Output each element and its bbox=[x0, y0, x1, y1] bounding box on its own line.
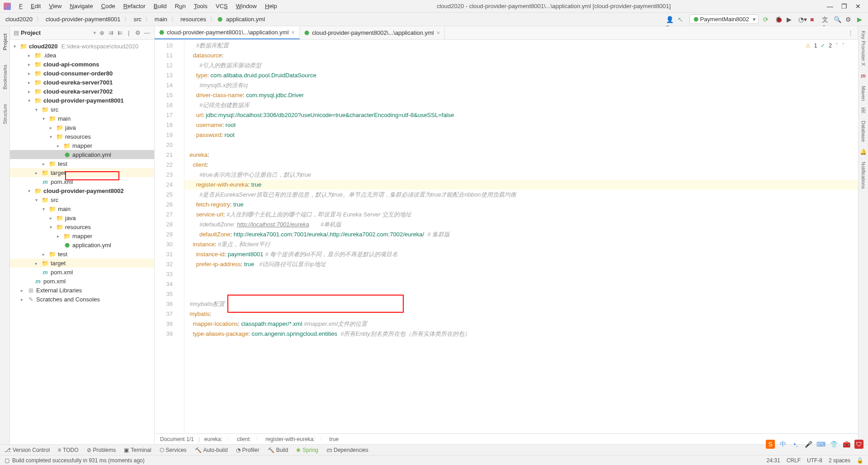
next-highlight-icon[interactable]: ˅ bbox=[842, 42, 844, 49]
status-readonly-icon[interactable]: 🔓 bbox=[857, 457, 863, 464]
tree-item[interactable]: mpom.xml bbox=[10, 177, 154, 186]
menu-tools[interactable]: Tools bbox=[190, 2, 211, 10]
select-opened-icon[interactable]: ⊕ bbox=[98, 29, 105, 36]
tree-item[interactable]: ▸📁cloud-eureka-server7002 bbox=[10, 87, 154, 96]
status-cursor[interactable]: 24:31 bbox=[767, 457, 780, 464]
maven-icon[interactable]: m bbox=[861, 73, 866, 79]
code-line[interactable]: defaultZone: http://eureka7001.com:7001/… bbox=[184, 230, 858, 240]
punct-icon[interactable]: •, bbox=[791, 440, 800, 449]
shirt-icon[interactable]: 👕 bbox=[829, 440, 838, 449]
tree-item[interactable]: ▸📁target bbox=[10, 168, 154, 177]
tool-services[interactable]: ⬡ Services bbox=[160, 447, 187, 453]
code-area[interactable]: #数据库配置 datasource: #引入的数据库驱动类型 type: com… bbox=[184, 40, 858, 433]
menu-file[interactable]: F bbox=[15, 2, 26, 10]
tree-item[interactable]: ▸📁cloud-api-commons bbox=[10, 60, 154, 69]
run-icon[interactable]: ⟳ bbox=[763, 16, 770, 23]
menu-help[interactable]: Help bbox=[261, 2, 281, 10]
editor-tab[interactable]: ⬣cloud-provider-payment8002\...\applicat… bbox=[300, 26, 445, 39]
tree-item[interactable]: ⬣application.yml bbox=[10, 150, 154, 159]
profile-icon[interactable]: ◔▾ bbox=[798, 16, 806, 23]
menu-code[interactable]: Code bbox=[98, 2, 119, 10]
code-line[interactable]: fetch-registry: true bbox=[184, 200, 858, 210]
status-indent[interactable]: 2 spaces bbox=[829, 457, 850, 464]
right-tab-keypromoter[interactable]: Key Promoter X bbox=[861, 31, 866, 66]
crumb-src[interactable]: src bbox=[132, 15, 143, 23]
code-line[interactable] bbox=[184, 289, 858, 299]
menu-edit[interactable]: Edit bbox=[27, 2, 44, 10]
code-line[interactable]: driver-class-name: com.mysql.jdbc.Driver bbox=[184, 90, 858, 100]
tree-item[interactable]: ▾📁resources bbox=[10, 132, 154, 141]
expand-all-icon[interactable]: ⇉ bbox=[107, 29, 114, 36]
code-line[interactable]: url: jdbc:mysql://localhost:3306/db2020?… bbox=[184, 110, 858, 120]
code-line[interactable]: service-url: #入住到哪个主机上面的哪个端口，即设置与 Eureka… bbox=[184, 210, 858, 220]
crumb-res[interactable]: resources bbox=[179, 15, 208, 23]
tree-item[interactable]: ▸✎Scratches and Consoles bbox=[10, 295, 154, 304]
sogou-icon[interactable]: S bbox=[766, 440, 775, 449]
tree-item[interactable]: ▾📁resources bbox=[10, 222, 154, 231]
close-icon[interactable]: ✕ bbox=[855, 3, 861, 10]
toolbox-icon[interactable]: 🧰 bbox=[842, 440, 851, 449]
code-line[interactable]: datasource: bbox=[184, 51, 858, 61]
prev-highlight-icon[interactable]: ˄ bbox=[835, 42, 838, 49]
code-line[interactable]: #mybatis配置 bbox=[184, 299, 858, 309]
tree-item[interactable]: ▸⊞External Libraries bbox=[10, 286, 154, 295]
right-tab-database[interactable]: Database bbox=[861, 121, 866, 142]
tool-dependencies[interactable]: 🗃 Dependencies bbox=[326, 447, 368, 453]
editor-inspection-badges[interactable]: ⚠1 ✓2 ˄ ˅ bbox=[806, 42, 844, 49]
crumb-root[interactable]: cloud2020 bbox=[4, 15, 34, 23]
collapse-all-icon[interactable]: ⇇ bbox=[116, 29, 123, 36]
tree-item[interactable]: ▾📁src bbox=[10, 105, 154, 114]
translate-icon[interactable]: 文A bbox=[822, 16, 829, 23]
menu-window[interactable]: Window bbox=[232, 2, 260, 10]
left-tab-project[interactable]: Project bbox=[1, 31, 9, 53]
code-line[interactable] bbox=[184, 279, 858, 289]
code-line[interactable]: type: com.alibaba.druid.pool.DruidDataSo… bbox=[184, 70, 858, 80]
tree-item[interactable]: mpom.xml bbox=[10, 277, 154, 286]
bell-icon[interactable]: 🔔 bbox=[860, 149, 867, 155]
menu-vcs[interactable]: VCS bbox=[212, 2, 231, 10]
crumb-file[interactable]: application.yml bbox=[224, 15, 267, 23]
build-hammer-icon[interactable]: ↖ bbox=[678, 16, 685, 23]
code-line[interactable]: prefer-ip-address: true #访问路径可以显示ip地址 bbox=[184, 259, 858, 269]
coverage-icon[interactable]: ▶ bbox=[787, 16, 794, 23]
keyboard-icon[interactable]: ⌨ bbox=[816, 440, 826, 449]
tree-item[interactable]: ▸📁.idea bbox=[10, 51, 154, 60]
warning-icon[interactable]: ⚠ bbox=[806, 42, 811, 49]
code-line[interactable]: #是否从EurekaServer抓取已有的注册信息，默认为true。单节点无所谓… bbox=[184, 190, 858, 200]
bc-3[interactable]: true bbox=[330, 436, 339, 442]
right-tab-notifications[interactable]: Notifications bbox=[861, 162, 866, 189]
status-eol[interactable]: CRLF bbox=[787, 457, 801, 464]
fold-gutter[interactable] bbox=[177, 40, 184, 433]
tree-item[interactable]: ▾📁main bbox=[10, 204, 154, 213]
code-line[interactable]: #数据库配置 bbox=[184, 41, 858, 51]
tree-item[interactable]: ▾📁cloud-provider-payment8001 bbox=[10, 96, 154, 105]
left-tab-structure[interactable]: Structure bbox=[1, 101, 9, 127]
tree-item[interactable]: ▸📁cloud-eureka-server7001 bbox=[10, 78, 154, 87]
run-config-combo[interactable]: ⬣ PaymentMain8002 bbox=[689, 14, 759, 24]
mic-icon[interactable]: 🎤 bbox=[804, 440, 813, 449]
menu-build[interactable]: Build bbox=[150, 2, 170, 10]
tree-item[interactable]: ▸📁mapper bbox=[10, 231, 154, 240]
code-line[interactable]: eureka: bbox=[184, 150, 858, 160]
hide-icon[interactable]: — bbox=[143, 29, 151, 36]
code-line[interactable]: instance: #重点，和client平行 bbox=[184, 240, 858, 249]
code-line[interactable]: #记得先创建数据库 bbox=[184, 100, 858, 110]
tool-todo[interactable]: ≡ TODO bbox=[58, 447, 78, 453]
user-icon[interactable]: 👤▾ bbox=[666, 16, 673, 23]
crumb-module[interactable]: cloud-provider-payment8001 bbox=[44, 15, 122, 23]
code-line[interactable]: client: bbox=[184, 160, 858, 170]
menu-navigate[interactable]: Navigate bbox=[66, 2, 96, 10]
tool-profiler[interactable]: ◔ Profiler bbox=[236, 447, 259, 453]
tree-item[interactable]: ▾📁src bbox=[10, 195, 154, 204]
tree-item[interactable]: ▸📁target bbox=[10, 258, 154, 268]
tree-item[interactable]: ▸📁java bbox=[10, 123, 154, 132]
tree-item[interactable]: ▸📁java bbox=[10, 213, 154, 222]
code-line[interactable]: #defaultZone: http://localhost:7001/eure… bbox=[184, 220, 858, 230]
code-line[interactable]: #引入的数据库驱动类型 bbox=[184, 61, 858, 70]
tabs-more-icon[interactable]: ⋮ bbox=[843, 29, 858, 36]
code-line[interactable]: mapper-locations: classpath:mapper/*.xml… bbox=[184, 319, 858, 329]
lang-icon[interactable]: 中 bbox=[778, 440, 788, 449]
bc-2[interactable]: register-with-eureka: bbox=[265, 436, 315, 442]
shield-icon[interactable]: 🛡 bbox=[854, 440, 863, 449]
code-line[interactable]: type-aliases-package: com.angenin.spring… bbox=[184, 329, 858, 339]
